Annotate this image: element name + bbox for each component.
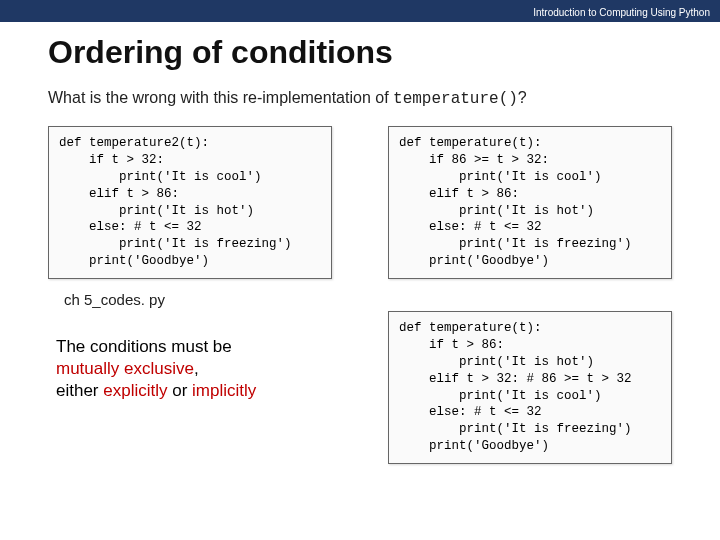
code-box-left: def temperature2(t): if t > 32: print('I… [48,126,332,279]
header-bar: Introduction to Computing Using Python [0,0,720,22]
explain-or: or [168,381,193,400]
course-label: Introduction to Computing Using Python [533,7,710,18]
explain-implicitly: implicitly [192,381,256,400]
explanation: The conditions must be mutually exclusiv… [48,308,332,402]
explain-either: either [56,381,103,400]
slide-title: Ordering of conditions [0,22,720,89]
question-prefix: What is the wrong with this re-implement… [48,89,393,106]
explain-mutual: mutually exclusive [56,359,194,378]
content-area: def temperature2(t): if t > 32: print('I… [0,126,720,474]
code-box-right-bottom: def temperature(t): if t > 86: print('It… [388,311,672,464]
explain-comma: , [194,359,199,378]
explain-line1: The conditions must be [56,337,232,356]
question-suffix: ? [518,89,527,106]
question-text: What is the wrong with this re-implement… [0,89,720,126]
spacer [388,289,672,311]
left-column: def temperature2(t): if t > 32: print('I… [48,126,332,474]
code-caption: ch 5_codes. py [48,289,332,308]
code-box-right-top: def temperature(t): if 86 >= t > 32: pri… [388,126,672,279]
question-code: temperature() [393,90,518,108]
explain-explicitly: explicitly [103,381,167,400]
right-column: def temperature(t): if 86 >= t > 32: pri… [388,126,672,474]
